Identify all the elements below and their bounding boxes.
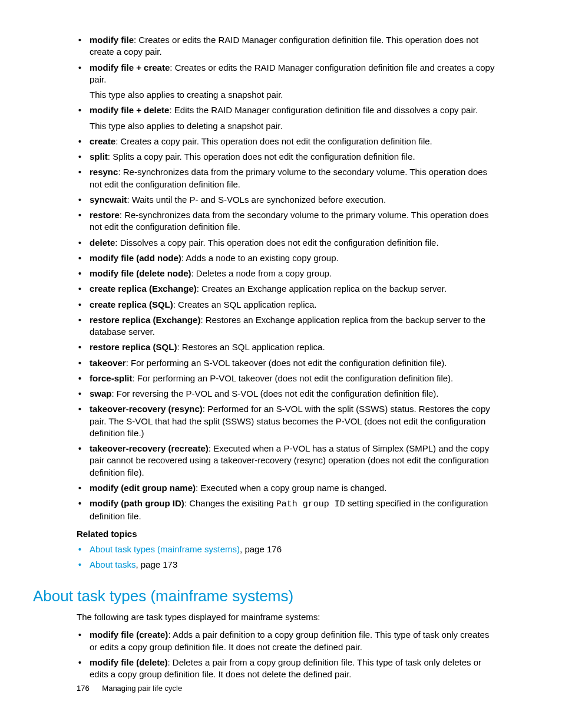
term: restore [90, 210, 120, 220]
list-item: restore replica (Exchange): Restores an … [77, 314, 498, 338]
extra-note: This type also applies to deleting a sna… [77, 120, 498, 132]
term: takeover-recovery (recreate) [90, 443, 209, 453]
desc: : Restores an SQL application replica. [177, 342, 325, 352]
term: modify file (delete node) [90, 268, 191, 278]
section-intro: The following are task types displayed f… [77, 611, 498, 623]
mainframe-task-types-list: modify file (create): Adds a pair defini… [77, 629, 498, 680]
list-item: syncwait: Waits until the P- and S-VOLs … [77, 194, 498, 206]
list-item: modify file (add node): Adds a node to a… [77, 252, 498, 264]
list-item: restore replica (SQL): Restores an SQL a… [77, 341, 498, 353]
term: modify file [90, 35, 134, 45]
term: restore replica (SQL) [90, 342, 177, 352]
term: modify file + delete [90, 105, 169, 115]
list-item: create replica (SQL): Creates an SQL app… [77, 299, 498, 311]
term: swap [90, 388, 112, 398]
list-item: modify file + create: Creates or edits t… [77, 62, 498, 86]
list-item: modify (edit group name): Executed when … [77, 482, 498, 494]
desc: : Creates a copy pair. This operation do… [115, 136, 432, 146]
related-topics-heading: Related topics [77, 529, 498, 539]
term: modify file (create) [90, 630, 168, 640]
link[interactable]: About task types (mainframe systems) [90, 544, 240, 554]
term: takeover [90, 358, 126, 368]
term: restore replica (Exchange) [90, 315, 200, 325]
list-item: modify file + delete: Edits the RAID Man… [77, 104, 498, 116]
related-link-item: About task types (mainframe systems), pa… [77, 543, 498, 555]
term: create [90, 136, 115, 146]
desc: : Edits the RAID Manager configuration d… [169, 105, 478, 115]
term: create replica (Exchange) [90, 284, 197, 294]
page-number: 176 [77, 684, 90, 693]
desc: : Re-synchronizes data from the secondar… [90, 210, 489, 232]
desc: : Executed when a copy group name is cha… [196, 483, 386, 493]
list-item: modify file (create): Adds a pair defini… [77, 629, 498, 653]
extra-note: This type also applies to creating a sna… [77, 89, 498, 101]
desc: : For performing an S-VOL takeover (does… [126, 358, 447, 368]
desc: : Creates an Exchange application replic… [197, 284, 447, 294]
desc: : Dissolves a copy pair. This operation … [115, 238, 438, 248]
list-item: restore: Re-synchronizes data from the s… [77, 209, 498, 233]
list-item: resync: Re-synchronizes data from the pr… [77, 166, 498, 190]
page-footer: 176 Managing pair life cycle [77, 684, 182, 693]
desc: : Creates an SQL application replica. [173, 299, 317, 309]
term: modify file (add node) [90, 253, 181, 263]
list-item: takeover-recovery (resync): Performed fo… [77, 403, 498, 439]
desc: : Creates or edits the RAID Manager conf… [90, 35, 478, 57]
list-item: takeover: For performing an S-VOL takeov… [77, 357, 498, 369]
list-item: create: Creates a copy pair. This operat… [77, 136, 498, 147]
term: takeover-recovery (resync) [90, 404, 203, 414]
term: delete [90, 238, 115, 248]
link[interactable]: About tasks [90, 559, 135, 569]
desc: : Splits a copy pair. This operation doe… [108, 151, 415, 162]
related-topics-list: About task types (mainframe systems), pa… [77, 543, 498, 571]
list-item: takeover-recovery (recreate): Executed w… [77, 443, 498, 479]
term: split [90, 151, 108, 162]
list-item: modify (path group ID): Changes the exis… [77, 498, 498, 523]
term: resync [90, 167, 118, 177]
list-item: swap: For reversing the P-VOL and S-VOL … [77, 388, 498, 400]
desc: : For performing an P-VOL takeover (does… [133, 373, 454, 383]
desc: : For reversing the P-VOL and S-VOL (doe… [112, 388, 439, 398]
related-link-item: About tasks, page 173 [77, 559, 498, 571]
list-item: delete: Dissolves a copy pair. This oper… [77, 237, 498, 249]
list-item: modify file: Creates or edits the RAID M… [77, 34, 498, 58]
list-item: create replica (Exchange): Creates an Ex… [77, 283, 498, 295]
list-item: split: Splits a copy pair. This operatio… [77, 151, 498, 163]
term: syncwait [90, 195, 127, 205]
term: modify (edit group name) [90, 483, 196, 493]
list-item: modify file (delete node): Deletes a nod… [77, 268, 498, 279]
desc: : Re-synchronizes data from the primary … [90, 167, 487, 189]
link-suffix: , page 173 [135, 559, 177, 569]
desc-pre: : Changes the exisiting [184, 498, 276, 508]
term: force-split [90, 373, 133, 383]
term: modify file + create [90, 62, 170, 73]
desc: : Adds a node to an existing copy group. [181, 253, 339, 263]
term: create replica (SQL) [90, 299, 173, 309]
term: modify file (delete) [90, 657, 168, 667]
task-types-list: modify file: Creates or edits the RAID M… [77, 34, 498, 523]
desc: : Deletes a node from a copy group. [191, 268, 332, 278]
term: modify (path group ID) [90, 498, 184, 508]
section-heading-mainframe: About task types (mainframe systems) [33, 587, 498, 605]
list-item: modify file (delete): Deletes a pair fro… [77, 657, 498, 681]
desc: : Waits until the P- and S-VOLs are sync… [127, 195, 386, 205]
footer-title: Managing pair life cycle [102, 684, 182, 693]
code-literal: Path group ID [276, 499, 345, 509]
list-item: force-split: For performing an P-VOL tak… [77, 373, 498, 384]
link-suffix: , page 176 [240, 544, 282, 554]
